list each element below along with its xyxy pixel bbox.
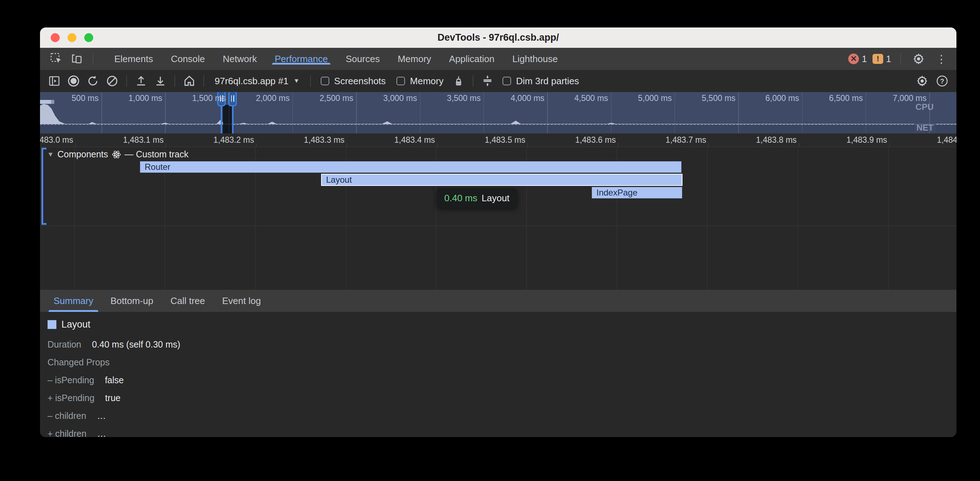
dim-3rd-parties-label: Dim 3rd parties [516, 76, 579, 87]
divider [204, 75, 204, 87]
performance-toolbar: 97r6ql.csb.app #1 ▼ Screenshots Memory [40, 70, 956, 92]
disclosure-triangle-icon[interactable]: ▼ [47, 151, 54, 159]
summary-row-label: – isPending [48, 375, 94, 386]
timeline-ruler[interactable]: 1,483.0 ms1,483.1 ms1,483.2 ms1,483.3 ms… [40, 133, 956, 147]
tab-elements[interactable]: Elements [105, 54, 162, 65]
ruler-tick-mark [256, 143, 256, 147]
more-options-icon[interactable]: ⋮ [933, 50, 950, 67]
capture-settings-gear-icon[interactable] [913, 73, 931, 90]
overview-gridline [802, 92, 803, 133]
summary-row: Changed Props [48, 357, 956, 368]
toggle-sidebar-icon[interactable] [46, 73, 63, 90]
summary-row: + children… [48, 429, 956, 437]
summary-row-value: … [97, 429, 106, 437]
summary-row-label: + children [48, 429, 86, 437]
atom-icon [112, 150, 121, 159]
tab-performance[interactable]: Performance [266, 54, 337, 65]
ruler-tick-label: 1,483.7 ms [627, 135, 706, 145]
flame-bar-layout[interactable]: Layout [321, 174, 682, 186]
live-metrics-home-icon[interactable] [181, 73, 198, 90]
checkbox-icon [321, 77, 329, 85]
details-tab-event-log[interactable]: Event log [213, 290, 269, 312]
tab-network[interactable]: Network [214, 54, 266, 65]
details-tab-bottom-up[interactable]: Bottom-up [102, 290, 162, 312]
page-selector-value: 97r6ql.csb.app #1 [215, 76, 289, 87]
ruler-tick-label: 1,483.5 ms [447, 135, 525, 145]
ruler-tick-mark [799, 143, 799, 147]
memory-label: Memory [410, 76, 444, 87]
collect-garbage-icon[interactable] [450, 73, 467, 90]
issues-badge[interactable]: ! 1 [872, 54, 891, 64]
details-tab-call-tree[interactable]: Call tree [162, 290, 213, 312]
summary-panel: Layout Duration0.40 ms (self 0.30 ms)Cha… [40, 312, 956, 437]
clear-icon[interactable] [103, 73, 121, 90]
traffic-lights [51, 33, 93, 42]
ruler-tick-label: 1,483.2 ms [175, 135, 254, 145]
tab-console[interactable]: Console [162, 54, 213, 65]
ruler-tick-mark [528, 143, 528, 147]
overview-gridline [547, 92, 548, 133]
overview-tick-label: 4,000 ms [487, 94, 544, 103]
load-profile-icon[interactable] [132, 73, 150, 90]
tooltip-duration: 0.40 ms [444, 193, 477, 204]
console-errors-badge[interactable]: ✕ 1 [848, 54, 867, 64]
close-window-button[interactable] [51, 33, 60, 42]
tab-memory[interactable]: Memory [388, 54, 440, 65]
ruler-tick-label: 1,484.0 ms [899, 135, 956, 145]
devtools-window: DevTools - 97r6ql.csb.app/ ElementsConso… [40, 27, 956, 437]
ruler-tick-label: 1,483.8 ms [718, 135, 797, 145]
track-header[interactable]: ▼ Components — Custom track [47, 149, 189, 159]
settings-gear-icon[interactable] [910, 50, 927, 67]
dim-3rd-parties-checkbox[interactable]: Dim 3rd parties [498, 76, 583, 87]
main-tabbar: ElementsConsoleNetworkPerformanceSources… [40, 48, 956, 70]
memory-checkbox[interactable]: Memory [392, 76, 448, 87]
overview-gridline [165, 92, 166, 133]
screenshots-checkbox[interactable]: Screenshots [317, 76, 390, 87]
collapse-sanitize-icon[interactable] [479, 73, 496, 90]
divider [175, 75, 175, 87]
ruler-tick-label: 1,483.4 ms [356, 135, 435, 145]
summary-row: + isPendingtrue [48, 393, 956, 403]
track-name: Components [57, 149, 108, 159]
timeline-overview[interactable]: CPU NET 500 ms1,000 ms1,500 ms2,000 ms2,… [40, 92, 956, 133]
summary-row: – children… [48, 411, 956, 421]
summary-event-title: Layout [61, 319, 91, 330]
track-suffix: — Custom track [125, 149, 189, 159]
overview-tick-label: 7,000 ms [869, 94, 926, 103]
inspect-element-icon[interactable] [48, 50, 65, 67]
help-icon[interactable]: ? [934, 73, 951, 90]
tab-application[interactable]: Application [440, 54, 503, 65]
summary-row-value: … [97, 411, 106, 421]
window-title: DevTools - 97r6ql.csb.app/ [40, 32, 956, 43]
flame-bar-indexpage[interactable]: IndexPage [592, 187, 682, 198]
zoom-window-button[interactable] [84, 33, 93, 42]
ruler-tick-mark [618, 143, 618, 147]
tab-lighthouse[interactable]: Lighthouse [504, 54, 567, 65]
overview-gridline [229, 92, 230, 133]
reload-record-icon[interactable] [84, 73, 102, 90]
ruler-tick-mark [708, 143, 709, 147]
event-color-swatch [48, 320, 56, 329]
tab-sources[interactable]: Sources [337, 54, 388, 65]
flame-gridline [74, 147, 75, 290]
overview-gridline [420, 92, 421, 133]
device-toolbar-icon[interactable] [68, 50, 86, 67]
selection-range-shade [223, 105, 232, 133]
overview-tick-label: 4,500 ms [551, 94, 608, 103]
record-icon[interactable] [65, 73, 82, 90]
flame-chart[interactable]: ▼ Components — Custom track RouterLayout… [40, 147, 956, 290]
page-selector-dropdown[interactable]: 97r6ql.csb.app #1 ▼ [210, 76, 305, 87]
details-tab-summary[interactable]: Summary [45, 290, 102, 312]
overview-tick-label: 5,500 ms [678, 94, 735, 103]
flame-bar-router[interactable]: Router [140, 161, 681, 173]
overview-tick-label: 2,500 ms [296, 94, 353, 103]
save-profile-icon[interactable] [152, 73, 169, 90]
track-bottom-divider [40, 225, 956, 226]
overview-gridline [738, 92, 739, 133]
ruler-tick-mark [75, 143, 76, 147]
issue-count: 1 [886, 54, 891, 64]
minimize-window-button[interactable] [67, 33, 76, 42]
titlebar: DevTools - 97r6ql.csb.app/ [40, 27, 956, 48]
ruler-tick-label: 1,483.6 ms [537, 135, 616, 145]
tooltip-label: Layout [482, 193, 510, 204]
